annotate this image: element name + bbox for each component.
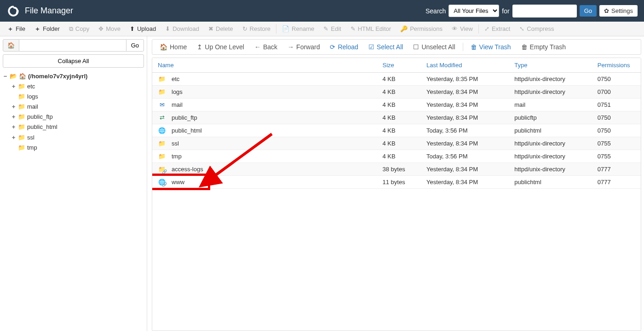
file-button[interactable]: ＋File	[3, 22, 30, 36]
table-row[interactable]: 📁logs 4 KB Yesterday, 8:34 PM httpd/unix…	[152, 86, 641, 99]
restore-button[interactable]: ↻Restore	[238, 23, 276, 35]
folder-icon: 📁	[158, 88, 166, 95]
tree-item[interactable]: +📁public_ftp	[11, 112, 144, 122]
search-go-button[interactable]: Go	[580, 5, 597, 17]
for-label: for	[502, 7, 509, 15]
file-perm: 0777	[592, 163, 641, 176]
file-type: httpd/unix-directory	[509, 73, 592, 86]
file-size: 4 KB	[377, 111, 421, 124]
file-size: 4 KB	[377, 124, 421, 137]
tree-item-label: public_ftp	[27, 112, 53, 122]
tree-item[interactable]: +📁ssl	[11, 133, 144, 143]
table-row[interactable]: 🌐🔗www 11 bytes Yesterday, 8:34 PM public…	[152, 176, 641, 189]
nav-reload[interactable]: ⟳Reload	[325, 41, 362, 52]
file-modified: Today, 3:56 PM	[421, 150, 509, 163]
html-editor-button[interactable]: ✎HTML Editor	[346, 23, 396, 35]
table-row[interactable]: 📁ssl 4 KB Yesterday, 8:34 PM httpd/unix-…	[152, 137, 641, 150]
delete-icon: ✖	[208, 25, 213, 32]
sidebar-home-button[interactable]: 🏠	[3, 39, 19, 52]
folder-button[interactable]: ＋Folder	[30, 22, 64, 36]
col-perm[interactable]: Permissions	[592, 58, 641, 73]
rename-icon: 📄	[282, 25, 289, 32]
col-name[interactable]: Name	[152, 58, 377, 73]
nav-select-all[interactable]: ☑Select All	[364, 41, 408, 52]
search-scope-select[interactable]: All Your Files	[448, 5, 499, 17]
path-go-button[interactable]: Go	[126, 39, 144, 52]
table-row[interactable]: 📁tmp 4 KB Today, 3:56 PM httpd/unix-dire…	[152, 150, 641, 163]
expand-icon[interactable]: +	[11, 81, 16, 92]
expand-icon[interactable]: +	[11, 112, 16, 122]
file-perm: 0755	[592, 150, 641, 163]
view-button[interactable]: 👁View	[447, 23, 477, 35]
nav-back[interactable]: ←Back	[250, 41, 282, 52]
collapse-icon[interactable]: −	[3, 71, 8, 81]
compress-button[interactable]: ⤡Compress	[515, 23, 558, 35]
file-perm: 0700	[592, 86, 641, 99]
tree-item[interactable]: +📁public_html	[11, 122, 144, 132]
file-perm: 0750	[592, 111, 641, 124]
nav-forward[interactable]: →Forward	[283, 41, 324, 52]
globe-link-icon: 🌐🔗	[158, 179, 166, 186]
folder-icon: 📁	[18, 133, 25, 143]
permissions-button[interactable]: 🔑Permissions	[396, 23, 447, 35]
table-row[interactable]: 📁🔗access-logs 38 bytes Yesterday, 8:34 P…	[152, 163, 641, 176]
col-type[interactable]: Type	[509, 58, 592, 73]
file-size: 4 KB	[377, 86, 421, 99]
tree-item-label: mail	[27, 102, 38, 112]
tree-item[interactable]: +📁mail	[11, 102, 144, 112]
tree-item[interactable]: 📁logs	[11, 92, 144, 102]
nav-view-trash[interactable]: 🗑View Trash	[466, 41, 516, 52]
nav-unselect-all[interactable]: ☐Unselect All	[408, 41, 460, 52]
copy-button[interactable]: ⧉Copy	[64, 23, 94, 35]
tree-item-label: logs	[27, 92, 38, 102]
edit-button[interactable]: ✎Edit	[319, 23, 345, 35]
upload-button[interactable]: ⬆Upload	[125, 23, 161, 35]
tree-item[interactable]: +📁etc	[11, 81, 144, 92]
tree-item-label: public_html	[27, 122, 58, 132]
expand-icon[interactable]: +	[11, 102, 16, 112]
folder-icon: 📁	[158, 75, 166, 82]
file-table-container: Name Size Last Modified Type Permissions…	[152, 58, 641, 331]
table-row[interactable]: 📁etc 4 KB Yesterday, 8:35 PM httpd/unix-…	[152, 73, 641, 86]
file-name: www	[172, 179, 184, 186]
file-type: mail	[509, 99, 592, 111]
table-row[interactable]: 🌐public_html 4 KB Today, 3:56 PM publich…	[152, 124, 641, 137]
tree-item[interactable]: 📁tmp	[11, 143, 144, 153]
col-size[interactable]: Size	[377, 58, 421, 73]
table-row[interactable]: ⇄public_ftp 4 KB Yesterday, 8:34 PM publ…	[152, 111, 641, 124]
download-button[interactable]: ⬇Download	[161, 23, 204, 35]
file-modified: Yesterday, 8:34 PM	[421, 99, 509, 111]
move-button[interactable]: ✥Move	[94, 23, 125, 35]
file-size: 4 KB	[377, 150, 421, 163]
tree-root[interactable]: − 📂 🏠 (/home/o7v7xyjn4yrl)	[3, 71, 144, 81]
file-type: publichtml	[509, 124, 592, 137]
delete-button[interactable]: ✖Delete	[204, 23, 238, 35]
sidebar: 🏠 Go Collapse All − 📂 🏠 (/home/o7v7xyjn4…	[0, 36, 147, 331]
collapse-all-button[interactable]: Collapse All	[3, 54, 144, 68]
file-size: 38 bytes	[377, 163, 421, 176]
path-input[interactable]	[19, 39, 126, 52]
search-input[interactable]	[512, 5, 577, 17]
nav-up[interactable]: ↥Up One Level	[192, 41, 249, 52]
move-icon: ✥	[98, 25, 104, 32]
nav-empty-trash[interactable]: 🗑Empty Trash	[517, 41, 571, 52]
settings-button[interactable]: ✿ Settings	[599, 5, 638, 17]
trash-icon: 🗑	[521, 43, 528, 51]
table-row[interactable]: ✉mail 4 KB Yesterday, 8:34 PM mail 0751	[152, 99, 641, 111]
file-perm: 0751	[592, 99, 641, 111]
nav-home[interactable]: 🏠Home	[155, 41, 191, 52]
file-size: 4 KB	[377, 99, 421, 111]
rename-button[interactable]: 📄Rename	[277, 23, 319, 35]
file-modified: Yesterday, 8:34 PM	[421, 163, 509, 176]
upload-icon: ⬆	[130, 25, 135, 32]
edit-icon: ✎	[323, 25, 328, 32]
expand-icon[interactable]: +	[11, 122, 16, 132]
extract-button[interactable]: ⤢Extract	[480, 23, 515, 35]
app-title: File Manager	[25, 6, 73, 16]
col-modified[interactable]: Last Modified	[421, 58, 509, 73]
folder-icon: 📁	[18, 92, 25, 102]
expand-icon[interactable]: +	[11, 133, 16, 143]
file-type: publicftp	[509, 111, 592, 124]
plus-icon: ＋	[7, 25, 13, 33]
globe-icon: 🌐	[158, 127, 166, 134]
